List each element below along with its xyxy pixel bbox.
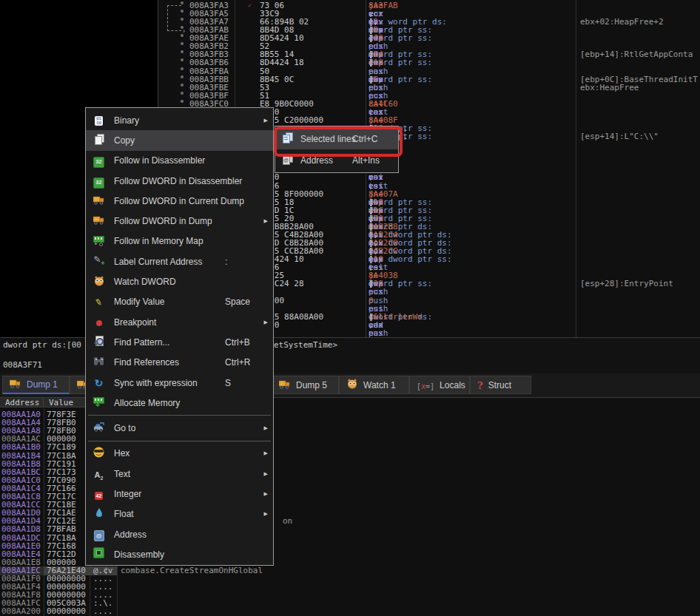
info-line-right: etSystemTime> [274, 341, 337, 349]
breakpoint-icon [96, 316, 102, 329]
breakpoint-dot-icon[interactable] [181, 42, 184, 45]
goto-icon [93, 422, 105, 435]
disasm-row[interactable]: 008A3FAE8D5424 10lea edx,dword ptr ss:[e… [158, 34, 700, 42]
menu-item-label: Address [114, 529, 147, 540]
menu-shortcut: S [225, 378, 231, 388]
dump-comment: combase.CreateStreamOnHGlobal [121, 566, 263, 575]
menu-item-follow-dword-in-dump[interactable]: Follow DWORD in Dump▶ [86, 211, 273, 231]
disasm-comment: [esp+14]:L"C:\\" [580, 132, 659, 141]
menu-item-label: Follow DWORD in Current Dump [114, 196, 244, 206]
tab-locals[interactable]: [x=]Locals [409, 376, 470, 394]
menu-item-label: Watch DWORD [114, 277, 176, 287]
dump-value: 77C168 [47, 542, 76, 550]
menu-item-binary[interactable]: 0110Binary▶ [86, 110, 273, 130]
menu-item-address[interactable]: @Address [86, 524, 273, 544]
breakpoint-dot-icon[interactable] [181, 100, 184, 103]
breakpoint-dot-icon[interactable] [181, 58, 184, 61]
menu-item-copy[interactable]: Copy [86, 130, 273, 150]
disasm-comment: [ebp+14]:RtlGetAppConta [580, 50, 693, 58]
jump-taken-icon: ✓ [248, 1, 252, 9]
submenu-arrow-icon: ▶ [264, 491, 268, 497]
dump-value: 77C18A [47, 534, 76, 542]
dump-address: 008AA1B4 [1, 452, 41, 460]
jump-arrow-icon: › [183, 28, 185, 35]
disasm-comment: ebx:HeapFree [580, 84, 639, 92]
menu-shortcut: : [225, 257, 227, 267]
disasm-row[interactable]: 008A3FBA50push eax [158, 67, 700, 75]
menu-item-label: Sync with expression [114, 378, 198, 388]
menu-item-label-current-address[interactable]: ✎+Label Current Address: [86, 251, 273, 271]
disasm-row[interactable]: 008A3FBF51push ecx [158, 92, 700, 100]
menu-item-sync-with-expression[interactable]: ↻Sync with expressionS [86, 373, 273, 393]
annotation-box [274, 126, 403, 157]
breakpoint-dot-icon[interactable] [181, 67, 184, 70]
menu-separator [88, 415, 271, 416]
disasm-row[interactable]: 008A3FBB8B45 0Cmov eax,dword ptr ss:[ebp… [158, 75, 700, 84]
submenu-arrow-icon: ▶ [264, 471, 268, 477]
sync-icon: ↻ [95, 376, 104, 390]
menu-item-hex[interactable]: Hex▶ [86, 444, 273, 464]
disasm-comment: ebx+02:HeapFree+2 [580, 18, 664, 26]
disasm-row[interactable]: 008A3FBE53push ebxebx:HeapFree [158, 84, 700, 92]
tab-struct[interactable]: ?Struct [470, 376, 531, 394]
locals-icon: [x=] [417, 379, 434, 392]
menu-item-breakpoint[interactable]: Breakpoint▶ [86, 312, 273, 332]
tab-dump-1[interactable]: Dump 1 [2, 376, 70, 394]
tab-dump-5[interactable]: Dump 5 [272, 376, 339, 394]
tab-label: Dump 1 [27, 379, 58, 390]
dump-value: 77C191 [47, 460, 76, 468]
menu-item-follow-dword-in-disassembler[interactable]: 32Follow DWORD in Disassembler [86, 171, 273, 191]
disasm-bytes: 8B45 0C [260, 75, 294, 84]
submenu-arrow-icon: ▶ [264, 118, 268, 123]
menu-item-find-pattern[interactable]: Find Pattern...Ctrl+B [86, 332, 273, 352]
column-header-address[interactable]: Address [0, 398, 44, 407]
submenu-arrow-icon: ▶ [264, 450, 268, 456]
truck-icon [10, 378, 21, 391]
menu-item-modify-value[interactable]: ✎Modify ValueSpace [86, 292, 273, 312]
menu-item-integer[interactable]: 42Integer▶ [86, 484, 273, 504]
menu-item-label: Go to [114, 423, 135, 433]
tab-watch-1[interactable]: Watch 1 [339, 376, 409, 394]
menu-item-text[interactable]: A2Text▶ [86, 464, 273, 484]
dump-address: 008AA1D8 [1, 525, 41, 533]
disasm-bytes: 8D4424 18 [260, 58, 304, 67]
menu-item-label: Follow in Memory Map [114, 236, 203, 246]
menu-item-follow-in-disassembler[interactable]: 32Follow in Disassembler [86, 151, 273, 171]
breakpoint-dot-icon[interactable] [181, 75, 184, 78]
menu-item-watch-dword[interactable]: Watch DWORD [86, 271, 273, 291]
menu-item-follow-in-memory-map[interactable]: Follow in Memory Map [86, 231, 273, 251]
menu-item-go-to[interactable]: Go to▶ [86, 418, 273, 438]
dump-address: 008AA1B8 [1, 460, 41, 468]
dump-value: 00000000 [47, 607, 86, 615]
hex-icon [93, 447, 104, 461]
menu-item-follow-dword-in-current-dump[interactable]: Follow DWORD in Current Dump [86, 191, 273, 211]
find-references-icon [93, 356, 104, 369]
menu-item-allocate-memory[interactable]: +Allocate Memory [86, 393, 273, 413]
breakpoint-dot-icon[interactable] [181, 92, 184, 95]
breakpoint-dot-icon[interactable] [181, 84, 184, 87]
dump-address: 008AA1DC [1, 534, 41, 542]
dump-ascii: .... [93, 607, 113, 615]
disasm-row[interactable]: 008A3FB68D4424 18lea eax,dword ptr ss:[e… [158, 58, 700, 67]
tab-label: Struct [488, 380, 511, 390]
tab-label: Dump 5 [296, 380, 327, 390]
menu-item-label: Allocate Memory [114, 398, 180, 408]
disasm-comment: [esp+28]:EntryPoint [580, 280, 673, 288]
column-header-value[interactable]: Value [44, 398, 90, 407]
menu-item-label: Breakpoint [114, 317, 156, 328]
menu-item-float[interactable]: Float▶ [86, 504, 273, 524]
disassembly-icon [93, 547, 104, 561]
menu-item-disassembly[interactable]: Disassembly [86, 544, 273, 564]
dump-comment-fragment: on [283, 517, 292, 525]
breakpoint-dot-icon[interactable] [181, 1, 184, 4]
breakpoint-dot-icon[interactable] [181, 50, 184, 53]
menu-item-label: Follow DWORD in Disassembler [114, 176, 242, 186]
watch-icon [346, 378, 358, 392]
dump-address: 008AA200 [1, 607, 41, 615]
submenu-arrow-icon: ▶ [264, 319, 268, 325]
menu-item-find-references[interactable]: Find ReferencesCtrl+R [86, 353, 273, 373]
dump-row[interactable]: 008AA20000000000.... [0, 607, 700, 615]
find-pattern-icon [93, 335, 104, 349]
disasm-row[interactable]: ✓008A3FA373 06jae 8A3FAB [158, 1, 700, 10]
menu-item-label: Find References [114, 357, 179, 368]
